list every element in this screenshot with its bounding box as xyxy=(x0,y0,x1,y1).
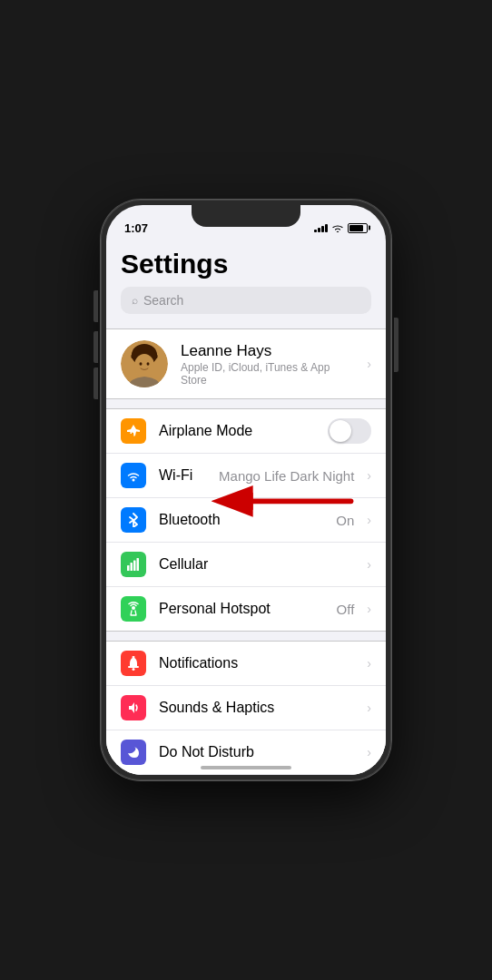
hotspot-chevron: › xyxy=(367,602,371,616)
hotspot-label: Personal Hotspot xyxy=(159,601,324,617)
cellular-label: Cellular xyxy=(159,556,354,573)
wifi-label: Wi-Fi xyxy=(159,467,206,484)
svg-rect-6 xyxy=(127,565,130,571)
search-placeholder: Search xyxy=(143,293,183,308)
scroll-area[interactable]: Settings ⌕ Search xyxy=(106,241,386,775)
dnd-icon xyxy=(121,740,146,765)
battery-icon xyxy=(348,223,368,233)
svg-rect-11 xyxy=(128,666,139,668)
signal-icon xyxy=(314,223,328,232)
svg-rect-9 xyxy=(137,558,140,571)
notifications-chevron: › xyxy=(367,656,371,671)
sounds-icon xyxy=(121,695,146,720)
airplane-mode-label: Airplane Mode xyxy=(159,423,315,439)
screentime-row[interactable]: Screen Time › xyxy=(106,774,386,775)
status-bar: 1:07 xyxy=(106,205,386,241)
notifications-icon xyxy=(121,651,146,676)
wifi-row[interactable]: Wi-Fi Mango Life Dark Night › xyxy=(106,453,386,497)
connectivity-group: Airplane Mode xyxy=(106,408,386,632)
system-group: Notifications › Sounds & Haptics › xyxy=(106,641,386,775)
toggle-knob xyxy=(330,420,351,442)
svg-point-12 xyxy=(133,668,135,671)
phone-frame: 1:07 xyxy=(101,200,391,780)
cellular-icon xyxy=(121,552,146,577)
notifications-label: Notifications xyxy=(159,655,354,671)
home-indicator xyxy=(201,766,291,769)
page-title: Settings xyxy=(121,249,371,279)
wifi-chevron: › xyxy=(367,468,371,483)
status-icons xyxy=(314,223,368,233)
sounds-label: Sounds & Haptics xyxy=(159,700,354,716)
profile-row[interactable]: Leanne Hays Apple ID, iCloud, iTunes & A… xyxy=(106,329,386,398)
wifi-icon xyxy=(121,463,146,488)
settings-header: Settings ⌕ Search xyxy=(106,241,386,319)
sounds-row[interactable]: Sounds & Haptics › xyxy=(106,685,386,730)
airplane-mode-icon xyxy=(121,418,146,444)
wifi-value: Mango Life Dark Night xyxy=(219,468,354,484)
svg-rect-13 xyxy=(133,656,135,658)
svg-point-5 xyxy=(133,478,135,481)
profile-info: Leanne Hays Apple ID, iCloud, iTunes & A… xyxy=(181,342,354,387)
phone-screen: 1:07 xyxy=(106,205,386,775)
sounds-chevron: › xyxy=(367,701,371,715)
bluetooth-value: On xyxy=(336,513,354,528)
svg-rect-8 xyxy=(133,561,136,572)
svg-point-3 xyxy=(140,362,143,366)
svg-point-4 xyxy=(147,362,150,366)
bluetooth-row[interactable]: Bluetooth On › xyxy=(106,497,386,542)
airplane-mode-row[interactable]: Airplane Mode xyxy=(106,409,386,453)
svg-point-10 xyxy=(132,606,135,610)
profile-chevron: › xyxy=(367,357,371,371)
profile-name: Leanne Hays xyxy=(181,342,354,360)
dnd-label: Do Not Disturb xyxy=(159,744,354,760)
search-bar[interactable]: ⌕ Search xyxy=(121,287,371,314)
profile-subtitle: Apple ID, iCloud, iTunes & App Store xyxy=(181,361,354,387)
bluetooth-icon xyxy=(121,507,146,533)
section-gap-1 xyxy=(106,319,386,328)
wifi-status-icon xyxy=(331,223,344,233)
search-icon: ⌕ xyxy=(132,294,138,307)
cellular-row[interactable]: Cellular › xyxy=(106,542,386,586)
bluetooth-label: Bluetooth xyxy=(159,512,323,528)
section-gap-2 xyxy=(106,399,386,408)
hotspot-value: Off xyxy=(337,602,355,617)
hotspot-icon xyxy=(121,596,146,622)
profile-section: Leanne Hays Apple ID, iCloud, iTunes & A… xyxy=(106,328,386,399)
section-gap-3 xyxy=(106,632,386,641)
dnd-chevron: › xyxy=(367,745,371,760)
hotspot-row[interactable]: Personal Hotspot Off › xyxy=(106,586,386,631)
cellular-chevron: › xyxy=(367,557,371,572)
screen-wrapper: Settings ⌕ Search xyxy=(106,241,386,775)
notifications-row[interactable]: Notifications › xyxy=(106,642,386,685)
notch xyxy=(192,205,300,227)
airplane-mode-toggle[interactable] xyxy=(328,418,371,444)
svg-point-2 xyxy=(134,354,154,377)
bluetooth-chevron: › xyxy=(367,513,371,527)
avatar xyxy=(121,340,168,387)
svg-rect-7 xyxy=(131,563,133,571)
status-time: 1:07 xyxy=(124,221,148,235)
